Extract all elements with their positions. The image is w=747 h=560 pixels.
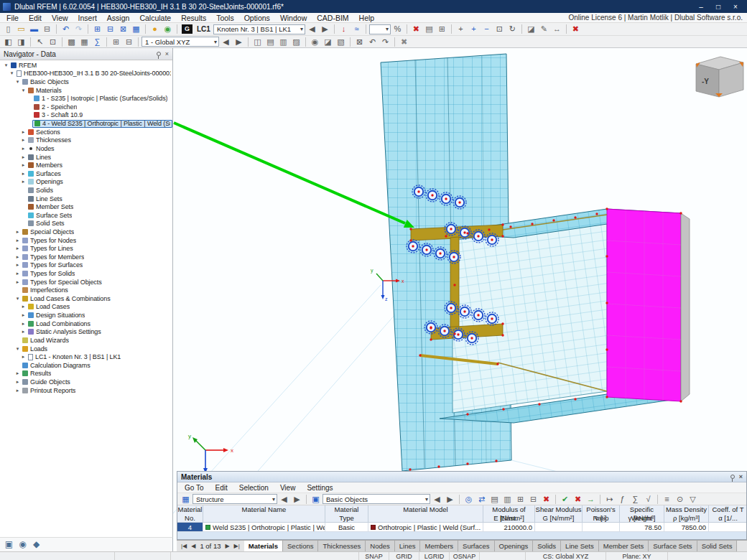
column-header-mass-density-kg-m[interactable]: Mass Densityρ [kg/m³] bbox=[664, 505, 709, 523]
expand-arrow[interactable]: ▸ bbox=[20, 154, 27, 160]
new-file-icon[interactable]: ▯ bbox=[2, 24, 14, 34]
view-xz-icon[interactable]: ⊟ bbox=[104, 24, 116, 34]
materials-menu-view[interactable]: View bbox=[274, 484, 302, 492]
cell-specific-weight-kn-m[interactable]: 78.50 bbox=[620, 523, 664, 532]
next-page-button[interactable]: ▶ bbox=[223, 543, 231, 549]
plane-xz-icon[interactable]: ▥ bbox=[277, 37, 289, 47]
expand-arrow[interactable]: ▸ bbox=[14, 388, 21, 393]
tree-item-types-for-members[interactable]: ▸Types for Members bbox=[0, 253, 172, 261]
tree-item-types-for-nodes[interactable]: ▸Types for Nodes bbox=[0, 236, 172, 245]
objects-combo-arrow-icon[interactable]: ▾ bbox=[425, 496, 428, 503]
delete-row-icon[interactable]: ✖ bbox=[540, 494, 552, 505]
zoom-in-icon[interactable]: + bbox=[468, 24, 480, 34]
units-icon[interactable]: ⊙ bbox=[674, 494, 686, 505]
load-case-combo[interactable]: Knoten Nr. 3 | BS1 | LK1▾ bbox=[213, 24, 305, 34]
expand-arrow[interactable]: ▸ bbox=[14, 229, 21, 235]
column-header-material-model[interactable]: Material Model bbox=[368, 505, 483, 523]
view-yz-icon[interactable]: ⊠ bbox=[117, 24, 129, 34]
materials-menu-edit[interactable]: Edit bbox=[210, 484, 233, 492]
generate-mesh-icon[interactable]: ▩ bbox=[65, 37, 78, 47]
expand-arrow[interactable]: ▸ bbox=[14, 271, 21, 276]
menu-file[interactable]: File bbox=[1, 14, 24, 22]
settings-icon[interactable]: ≡ bbox=[661, 494, 673, 505]
sheet-tab-member-sets[interactable]: Member Sets bbox=[599, 541, 649, 551]
camera-icon[interactable]: ◆ bbox=[30, 539, 42, 550]
sheet-tab-thicknesses[interactable]: Thicknesses bbox=[318, 541, 366, 551]
tree-item-heb300-heb300-ih-3-1-b-30-20-steeljoints-000001-[interactable]: ▾HEB300-HEB300_IH 3.1 B 30 20-SteelJoint… bbox=[0, 70, 172, 78]
transparency-icon[interactable]: % bbox=[391, 24, 404, 34]
table-group-combo-arrow-icon[interactable]: ▾ bbox=[272, 496, 275, 503]
tree-item-load-cases-combinations[interactable]: ▾Load Cases & Combinations bbox=[0, 294, 172, 303]
display-mode-combo-arrow-icon[interactable]: ▾ bbox=[386, 26, 389, 32]
expand-arrow[interactable]: ▸ bbox=[20, 321, 27, 327]
tree-item-load-wizards[interactable]: Load Wizards bbox=[0, 336, 172, 345]
cell-modulus-of-elast-e-n-mm[interactable]: 210000.0 bbox=[483, 523, 535, 532]
tree-item-4-weld-s235-orthotropic-plastic-weld-surfaces[interactable]: 4 - Weld S235 | Orthotropic | Plastic | … bbox=[0, 119, 172, 128]
dimension-icon[interactable]: ↔ bbox=[551, 24, 563, 34]
select-pointer-icon[interactable]: ↖ bbox=[34, 37, 46, 47]
expand-arrow[interactable]: ▾ bbox=[20, 88, 27, 93]
apply-check-icon[interactable]: ✔ bbox=[559, 494, 571, 505]
sheet-tab-surfaces[interactable]: Surfaces bbox=[458, 541, 495, 551]
last-page-button[interactable]: ▶| bbox=[232, 543, 242, 549]
pin-icon[interactable] bbox=[157, 52, 161, 56]
expand-arrow[interactable]: ▸ bbox=[20, 354, 27, 360]
expand-arrow[interactable]: ▸ bbox=[20, 171, 27, 177]
cell-material-no[interactable]: 4 bbox=[177, 523, 203, 532]
render-solid-icon[interactable]: ● bbox=[149, 24, 161, 34]
sheet-tab-nodes[interactable]: Nodes bbox=[366, 541, 394, 551]
expand-arrow[interactable]: ▾ bbox=[14, 346, 21, 352]
expand-arrow[interactable]: ▸ bbox=[14, 279, 21, 285]
tables-toggle-icon[interactable]: ◨ bbox=[15, 37, 27, 47]
visibility-icon[interactable]: ◉ bbox=[309, 37, 321, 47]
expand-arrow[interactable]: ▸ bbox=[20, 162, 27, 168]
delete-results-icon[interactable]: ✖ bbox=[410, 24, 422, 34]
expand-arrow[interactable]: ▸ bbox=[20, 312, 27, 318]
column-header-poisson-s-ratio[interactable]: Poisson's Ratioν [-] bbox=[583, 505, 620, 523]
status-toggle-osnap[interactable]: OSNAP bbox=[450, 552, 480, 560]
view-xy-icon[interactable]: ⊞ bbox=[91, 24, 103, 34]
render-transparent-icon[interactable]: ◉ bbox=[162, 24, 174, 34]
close-button[interactable]: × bbox=[727, 3, 744, 11]
menu-edit[interactable]: Edit bbox=[24, 14, 47, 22]
expand-arrow[interactable]: ▸ bbox=[20, 179, 27, 185]
sheet-tab-sections[interactable]: Sections bbox=[283, 541, 318, 551]
objects-prev-icon[interactable]: ◀ bbox=[431, 494, 443, 505]
tree-item-surface-sets[interactable]: Surface Sets bbox=[0, 211, 172, 220]
previous-view-icon[interactable]: ↶ bbox=[366, 37, 379, 47]
sheet-tab-lines[interactable]: Lines bbox=[395, 541, 421, 551]
cell-mass-density-kg-m[interactable]: 7850.00 bbox=[664, 523, 709, 532]
materials-menu-go-to[interactable]: Go To bbox=[179, 484, 210, 492]
tree-item-imperfections[interactable]: Imperfections bbox=[0, 286, 172, 294]
next-view-icon[interactable]: ↷ bbox=[379, 37, 391, 47]
load-case-next-icon[interactable]: ▶ bbox=[319, 24, 331, 34]
sheet-tab-surface-sets[interactable]: Surface Sets bbox=[649, 541, 697, 551]
clipping-icon[interactable]: ◪ bbox=[525, 24, 537, 34]
minimize-button[interactable]: – bbox=[692, 3, 710, 11]
coordinate-system-combo[interactable]: 1 - Global XYZ▾ bbox=[141, 37, 219, 47]
filter-icon[interactable]: ▽ bbox=[687, 494, 699, 505]
mesh-settings-icon[interactable]: ▦ bbox=[78, 37, 91, 47]
materials-menu-settings[interactable]: Settings bbox=[301, 484, 338, 492]
sum-icon[interactable]: ∑ bbox=[629, 494, 641, 505]
reject-icon[interactable]: ✖ bbox=[572, 494, 584, 505]
expand-arrow[interactable]: ▸ bbox=[20, 129, 27, 135]
tree-item-types-for-solids[interactable]: ▸Types for Solids bbox=[0, 269, 172, 278]
cell-poisson-s-ratio[interactable] bbox=[583, 523, 620, 532]
zoom-extents-icon[interactable]: ⊠ bbox=[353, 37, 366, 47]
objects-combo[interactable]: Basic Objects▾ bbox=[323, 494, 430, 504]
cs-prev-icon[interactable]: ◀ bbox=[220, 37, 232, 47]
expand-arrow[interactable]: ▸ bbox=[20, 146, 27, 151]
tree-item-member-sets[interactable]: Member Sets bbox=[0, 202, 172, 211]
show-results-icon[interactable]: ≈ bbox=[351, 24, 363, 34]
status-toggle-grid[interactable]: GRID bbox=[389, 552, 419, 560]
display-mode-combo[interactable]: ▾ bbox=[369, 24, 391, 34]
tree-item-materials[interactable]: ▾Materials bbox=[0, 86, 172, 95]
notes-icon[interactable]: ✎ bbox=[538, 24, 550, 34]
menu-tools[interactable]: Tools bbox=[211, 14, 239, 22]
cancel-icon[interactable]: ✖ bbox=[570, 24, 582, 34]
formula-icon[interactable]: √ bbox=[642, 494, 654, 505]
tree-item-openings[interactable]: ▸Openings bbox=[0, 178, 172, 187]
group-next-icon[interactable]: ▶ bbox=[291, 494, 303, 505]
close-icon[interactable]: × bbox=[165, 50, 169, 57]
